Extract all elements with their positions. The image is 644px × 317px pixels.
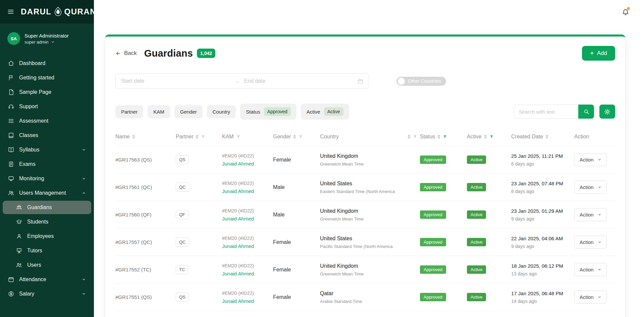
end-date-input[interactable] — [244, 78, 354, 84]
col-gender: Gender — [273, 134, 320, 140]
tutor-icon — [16, 248, 22, 254]
date-filter-row: → Other Countries — [115, 73, 615, 89]
sidebar-item-label: Getting started — [19, 75, 54, 81]
filter-chip-status[interactable]: Status Approved — [240, 104, 296, 120]
search-button[interactable] — [578, 105, 594, 119]
action-button[interactable]: Action — [574, 208, 607, 221]
sidebar-item-label: Classes — [19, 132, 38, 138]
add-button[interactable]: + Add — [582, 46, 615, 61]
chevron-up-icon — [82, 191, 86, 195]
sidebar-item-employees[interactable]: Employees — [3, 230, 91, 243]
sidebar-item-syllabus[interactable]: Syllabus — [3, 143, 91, 156]
kam-link[interactable]: Junaid Ahmed — [222, 243, 273, 249]
other-countries-toggle[interactable]: Other Countries — [396, 77, 446, 86]
sidebar-item-tutors[interactable]: Tutors — [3, 244, 91, 257]
sort-icon[interactable] — [545, 135, 548, 139]
kam-link[interactable]: Junaid Ahmed — [222, 271, 273, 276]
kam-link[interactable]: Junaid Ahmed — [222, 216, 273, 221]
search-area — [514, 105, 615, 119]
partner-chip: TC — [176, 265, 188, 274]
kam-link[interactable]: Junaid Ahmed — [222, 161, 273, 167]
timezone: Greenwich Mean Time — [320, 271, 420, 276]
kam-link[interactable]: Junaid Ahmed — [222, 298, 273, 304]
sidebar-item-users[interactable]: Users — [3, 258, 91, 272]
kam-id: #EM20 (#ID22) — [222, 153, 273, 158]
sidebar-item-monitoring[interactable]: Monitoring — [3, 172, 91, 185]
active-badge: Active — [467, 210, 486, 219]
sidebar-item-students[interactable]: Students — [3, 215, 91, 229]
search-input[interactable] — [514, 105, 578, 119]
sidebar-item-assessment[interactable]: Assessment — [3, 114, 91, 128]
table-row: #GR17551 (QS) QS #EM20 (#ID22)Junaid Ahm… — [115, 283, 615, 311]
sidebar-item-classes[interactable]: Classes — [3, 129, 91, 142]
sidebar-item-label: Salary — [19, 291, 34, 297]
sidebar-item-support[interactable]: Support — [3, 100, 91, 113]
chevron-down-icon — [598, 268, 601, 271]
filter-chip-active[interactable]: Active Active — [301, 104, 349, 120]
back-button[interactable]: Back — [115, 50, 137, 57]
filter-funnel-icon[interactable] — [413, 135, 417, 139]
sidebar-item-label: Employees — [27, 233, 54, 239]
guardians-table: Name Partner KAM Gender — [115, 130, 615, 317]
guardian-name: #GR17551 (QS) — [115, 294, 176, 300]
monitor-icon — [8, 176, 14, 182]
menu-icon[interactable] — [7, 8, 14, 15]
action-button[interactable]: Action — [574, 291, 607, 304]
brand-logo-left: DARUL — [21, 7, 52, 16]
created-ago: 9 days ago — [511, 216, 574, 221]
sidebar-item-attendance[interactable]: Attendance — [3, 273, 91, 286]
filter-chip-kam[interactable]: KAM — [148, 105, 170, 118]
avatar: SA — [7, 32, 20, 45]
gender: Female — [273, 294, 320, 300]
sidebar-item-sample-page[interactable]: Sample Page — [3, 85, 91, 99]
sidebar-item-dashboard[interactable]: Dashboard — [3, 57, 91, 70]
filter-funnel-icon[interactable] — [299, 135, 303, 139]
settings-button[interactable] — [599, 105, 615, 119]
sidebar-item-guardians[interactable]: Guardians — [3, 201, 91, 214]
status-badge: Approved — [420, 265, 446, 274]
sidebar-item-getting-started[interactable]: Getting started — [3, 71, 91, 84]
sidebar-item-label: Sample Page — [19, 89, 51, 95]
toggle-label: Other Countries — [408, 78, 441, 84]
country: United Kingdom — [320, 153, 420, 159]
start-date-input[interactable] — [121, 78, 231, 84]
filter-funnel-icon[interactable] — [236, 135, 240, 139]
filter-chip-partner[interactable]: Partner — [115, 105, 143, 118]
sort-icon[interactable] — [437, 135, 440, 139]
filter-funnel-icon-active[interactable] — [489, 135, 494, 139]
profile-role-dropdown[interactable]: super admin — [24, 40, 69, 45]
action-button[interactable]: Action — [574, 263, 607, 276]
sort-icon[interactable] — [293, 135, 296, 139]
timezone: Eastern Standard Time (North America — [320, 189, 420, 194]
sidebar-item-label: Monitoring — [19, 176, 44, 182]
notifications-button[interactable] — [622, 8, 629, 15]
table-row: #GR17563 (QS) QS #EM20 (#ID22)Junaid Ahm… — [115, 146, 615, 173]
sidebar-item-salary[interactable]: Salary — [3, 287, 91, 301]
date-range-picker[interactable]: → — [115, 73, 369, 89]
sort-icon[interactable] — [484, 135, 487, 139]
sidebar-item-users-management[interactable]: Users Management — [3, 186, 91, 200]
sidebar-item-exams[interactable]: Exams — [3, 157, 91, 171]
filter-chip-gender[interactable]: Gender — [174, 105, 203, 118]
search-icon — [583, 109, 589, 115]
filter-chip-country[interactable]: Country — [207, 105, 236, 118]
filter-funnel-icon[interactable] — [201, 135, 205, 139]
status-filter-value: Approved — [264, 107, 291, 116]
kam-link[interactable]: Junaid Ahmed — [222, 188, 273, 194]
chevron-down-icon — [82, 277, 86, 281]
sort-icon[interactable] — [408, 135, 411, 139]
filter-funnel-icon-active[interactable] — [443, 135, 447, 139]
sort-icon[interactable] — [132, 135, 135, 139]
action-button[interactable]: Action — [574, 236, 607, 249]
arrow-right-icon: → — [235, 78, 240, 84]
action-button[interactable]: Action — [574, 181, 607, 194]
page-title: Guardians — [144, 48, 193, 59]
sort-icon[interactable] — [196, 135, 199, 139]
col-country: Country — [320, 134, 420, 140]
guardian-name: #GR17563 (QS) — [115, 157, 176, 163]
action-button[interactable]: Action — [574, 153, 607, 166]
gender: Female — [273, 267, 320, 273]
active-badge: Active — [467, 293, 486, 301]
created-ago: 9 days ago — [511, 244, 574, 249]
sidebar-item-label: Support — [19, 104, 38, 110]
